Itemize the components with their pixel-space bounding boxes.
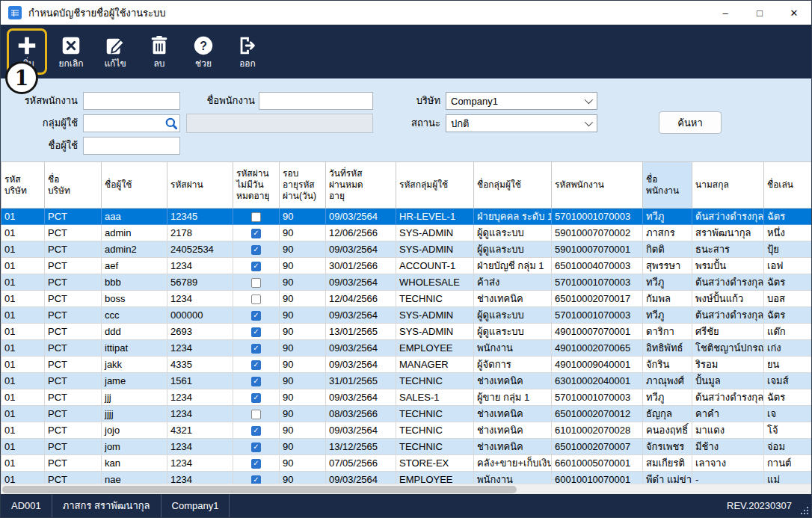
cell-surname: ศรีชัย <box>692 324 764 340</box>
table-row[interactable]: 01PCTboss12349012/04/2566TECHNICช่างเทคน… <box>1 291 812 307</box>
cancel-button-label: ยกเลิก <box>58 58 83 69</box>
company-select[interactable]: Company1 <box>446 92 597 110</box>
cell-company-code: 01 <box>1 357 45 373</box>
username-input[interactable] <box>83 137 180 155</box>
checkbox-checked[interactable] <box>251 443 261 452</box>
column-header-surname[interactable]: นามสกุล <box>692 162 764 209</box>
column-header-company-code[interactable]: รหัส บริษัท <box>1 162 45 209</box>
edit-button[interactable]: แก้ไข <box>95 28 135 75</box>
column-header-group-name[interactable]: ชื่อกลุ่มผู้ใช้ <box>474 162 552 209</box>
table-row[interactable]: 01PCTaef12349030/01/2566ACCOUNT-1ฝ่ายบัญ… <box>1 258 812 274</box>
company-label: บริษัท <box>360 92 440 110</box>
exit-icon <box>236 34 259 57</box>
horizontal-scrollbar[interactable] <box>1 484 811 494</box>
cell-surname: พรมปั้น <box>692 258 764 274</box>
statusbar-separator <box>229 494 230 517</box>
scrollbar-thumb[interactable] <box>2 486 517 493</box>
table-row[interactable]: 01PCTjojo43219009/03/2564TECHNICช่างเทคน… <box>1 422 812 439</box>
column-header-nickname[interactable]: ชื่อเล่น <box>764 162 812 209</box>
checkbox-checked[interactable] <box>251 344 261 354</box>
status-label: สถานะ <box>360 114 440 132</box>
column-header-company-name[interactable]: ชื่อ บริษัท <box>45 162 102 209</box>
titlebar: กำหนดบัญชีรายชื่อผู้ใช้งานระบบ – □ ✕ <box>1 1 811 25</box>
table-row[interactable]: 01PCTittipat12349009/03/2564EMPLOYEEพนัก… <box>1 340 812 357</box>
table-row[interactable]: 01PCTnae12349009/03/2564EMPLOYEEพนักงาน6… <box>1 472 812 484</box>
checkbox-checked[interactable] <box>251 393 261 403</box>
help-icon: ? <box>192 34 215 57</box>
column-header-group-code[interactable]: รหัสกลุ่มผู้ใช้ <box>396 162 474 209</box>
column-header-employee-code[interactable]: รหัสพนักงาน <box>552 162 643 209</box>
table-row[interactable]: 01PCTjame15619031/01/2565TECHNICช่างเทคน… <box>1 373 812 389</box>
checkbox-checked[interactable] <box>251 311 261 321</box>
checkbox-checked[interactable] <box>251 475 261 484</box>
table-row[interactable]: 01PCTjom12349013/12/2565TECHNICช่างเทคนิ… <box>1 439 812 455</box>
table-row[interactable]: 01PCTddd26939013/01/2565SYS-ADMINผู้ดูแล… <box>1 324 812 340</box>
cell-employee-name: สุพรรษา <box>643 258 692 274</box>
close-button[interactable]: ✕ <box>777 1 811 25</box>
column-header-employee-name[interactable]: ชื่อ พนักงาน <box>643 162 692 209</box>
resize-grip[interactable] <box>799 505 810 516</box>
checkbox-unchecked[interactable] <box>251 212 261 222</box>
checkbox-checked[interactable] <box>251 262 261 271</box>
cell-surname: ต้นสว่างดำรงกุล <box>692 274 764 291</box>
checkbox-checked[interactable] <box>251 377 261 386</box>
cell-surname: ต้นสว่างดำรงกุล <box>692 389 764 406</box>
checkbox-unchecked[interactable] <box>251 295 261 304</box>
exit-button[interactable]: ออก <box>227 28 268 75</box>
employee-name-input[interactable] <box>259 92 373 110</box>
cell-cycle-days: 90 <box>280 472 326 484</box>
table-row[interactable]: 01PCTkan12349007/05/2566STORE-EXคลัง+ขาย… <box>1 455 812 472</box>
maximize-button[interactable]: □ <box>742 1 777 25</box>
minimize-button[interactable]: – <box>708 1 742 25</box>
cell-surname: โชติชญาน์ปกรณ์ <box>692 340 764 357</box>
table-row[interactable]: 01PCTadmin2240525349009/03/2564SYS-ADMIN… <box>1 241 812 258</box>
delete-button[interactable]: ลบ <box>139 28 179 75</box>
table-row[interactable]: 01PCTadmin21789012/06/2566SYS-ADMINผู้ดู… <box>1 225 812 241</box>
help-button[interactable]: ? ช่วย <box>183 28 224 75</box>
cancel-button[interactable]: ยกเลิก <box>51 28 91 75</box>
column-header-cycle-days[interactable]: รอบ อายุรหัส ผ่าน(วัน) <box>280 162 326 209</box>
cell-username: jojo <box>102 422 167 439</box>
cell-group-code: TECHNIC <box>396 439 474 455</box>
username-label: ชื่อผู้ใช้ <box>1 137 78 155</box>
cell-nickname: ฉัตร <box>764 209 812 225</box>
cell-expire-date: 07/05/2566 <box>326 455 396 472</box>
checkbox-checked[interactable] <box>251 426 261 436</box>
status-select-value: ปกติ <box>451 116 585 132</box>
cell-group-code: TECHNIC <box>396 291 474 307</box>
table-row[interactable]: 01PCTjjjj12349008/03/2566TECHNICช่างเทคน… <box>1 406 812 422</box>
table-row[interactable]: 01PCTjjj12349009/03/2564SALES-1ผู้ขาย กล… <box>1 389 812 406</box>
cell-username: jame <box>102 373 167 389</box>
checkbox-unchecked[interactable] <box>251 410 261 419</box>
checkbox-checked[interactable] <box>251 360 261 370</box>
table-row[interactable]: 01PCTaaa123459009/03/2564HR-LEVEL-1ฝ่ายบ… <box>1 209 812 225</box>
cell-surname: ธนะสาร <box>692 241 764 258</box>
cell-nickname: จ่อม <box>764 439 812 455</box>
table-row[interactable]: 01PCTccc0000009009/03/2564SYS-ADMINผู้ดู… <box>1 307 812 324</box>
column-header-never-expires[interactable]: รหัสผ่าน ไม่มีวัน หมดอายุ <box>233 162 280 209</box>
checkbox-checked[interactable] <box>251 327 261 337</box>
search-button[interactable]: ค้นหา <box>659 111 722 134</box>
cell-company-name: PCT <box>45 258 102 274</box>
search-icon[interactable] <box>164 117 178 130</box>
cell-expire-date: 13/12/2565 <box>326 439 396 455</box>
cell-employee-name: กัมพล <box>643 291 692 307</box>
checkbox-unchecked[interactable] <box>251 278 261 288</box>
employee-code-input[interactable] <box>83 92 180 110</box>
cell-cycle-days: 90 <box>280 307 326 324</box>
status-select[interactable]: ปกติ <box>446 114 597 132</box>
cell-company-name: PCT <box>45 209 102 225</box>
checkbox-checked[interactable] <box>251 229 261 238</box>
cell-employee-code: 49010007070001 <box>552 324 643 340</box>
cell-company-code: 01 <box>1 389 45 406</box>
checkbox-checked[interactable] <box>251 245 261 255</box>
cell-cycle-days: 90 <box>280 389 326 406</box>
column-header-username[interactable]: ชื่อผู้ใช้ <box>102 162 167 209</box>
cell-surname: มีช้าง <box>692 439 764 455</box>
column-header-expire-date[interactable]: วันที่รหัส ผ่านหมด อายุ <box>326 162 396 209</box>
cell-company-name: PCT <box>45 472 102 484</box>
table-row[interactable]: 01PCTbbb567899009/03/2564WHOLESALEค้าส่ง… <box>1 274 812 291</box>
checkbox-checked[interactable] <box>251 459 261 469</box>
column-header-password[interactable]: รหัสผ่าน <box>167 162 233 209</box>
table-row[interactable]: 01PCTjakk43359009/03/2564MANAGERผู้จัดกา… <box>1 357 812 373</box>
